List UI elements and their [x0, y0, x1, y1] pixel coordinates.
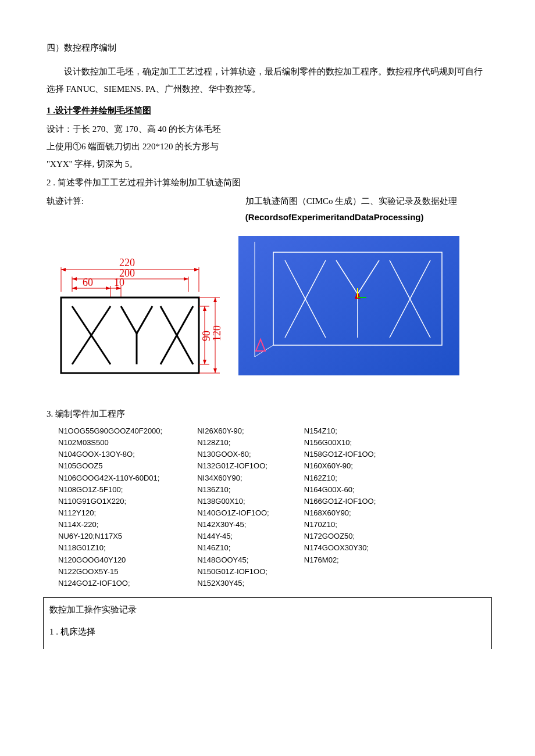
- svg-rect-17: [61, 298, 199, 373]
- record-item1-text: . 机床选择: [54, 627, 95, 636]
- step1-line3: "XYX" 字样, 切深为 5。: [47, 157, 488, 171]
- svg-line-38: [336, 260, 358, 294]
- svg-marker-28: [203, 306, 206, 311]
- step3-number: 3.: [47, 409, 53, 418]
- dim-60: 60: [83, 277, 93, 288]
- dim-220: 220: [119, 257, 135, 268]
- record-item1-num: 1: [49, 627, 54, 636]
- svg-marker-3: [61, 268, 66, 271]
- nc-code-line: N124GO1Z-IOF1OO;: [58, 578, 162, 589]
- dim-90: 90: [201, 331, 212, 341]
- nc-code-line: NU6Y-120;N117X5: [58, 531, 162, 542]
- nc-code-line: N166GO1Z-IOF1OO;: [304, 496, 376, 507]
- nc-code-line: N112Y120;: [58, 507, 162, 519]
- record-item-1: 1 . 机床选择: [49, 625, 486, 639]
- nc-code-line: N174GOOX30Y30;: [304, 542, 376, 554]
- section-heading: 四）数控程序编制: [47, 41, 488, 55]
- step2-heading: 2 . 简述零件加工工艺过程并计算绘制加工轨迹简图: [47, 175, 488, 189]
- nc-code-line: N106GOOG42X-110Y-60D01;: [58, 472, 162, 484]
- svg-marker-9: [184, 277, 188, 281]
- blank-sketch-drawing: 220 200 60 10: [47, 234, 227, 396]
- cimco-caption-2: (RecordsofExperimeritandDataProcessing): [245, 210, 488, 224]
- svg-marker-48: [256, 339, 265, 351]
- nc-code-line: N170Z10;: [304, 519, 376, 531]
- step1-line1: 设计：于长 270、宽 170、高 40 的长方体毛坯: [47, 122, 488, 136]
- svg-marker-33: [213, 298, 217, 302]
- nc-code-line: N102M03S500: [58, 437, 162, 449]
- nc-code-col1: N1OOG55G90GOOZ40F2000;N102M03S500N104GOO…: [58, 425, 162, 589]
- svg-marker-8: [72, 277, 77, 281]
- nc-code-line: NI26X60Y-90;: [197, 425, 269, 437]
- nc-code-line: N140GO1Z-IOF1OO;: [197, 507, 269, 519]
- nc-code-line: N122GOOX5Y-15: [58, 566, 162, 578]
- step3-title: 编制零件加工程序: [53, 409, 125, 418]
- experiment-record-box: 数控加工操作实验记录 1 . 机床选择: [43, 597, 492, 649]
- nc-code-line: N162Z10;: [304, 472, 376, 484]
- step1-line2: 上使用①6 端面铣刀切出 220*120 的长方形与: [47, 139, 488, 153]
- intro-paragraph: 设计数控加工毛坯，确定加工工艺过程，计算轨迹，最后编制零件的数控加工程序。数控程…: [47, 63, 488, 98]
- svg-marker-13: [106, 286, 110, 290]
- nc-code-line: N110G91GO1X220;: [58, 496, 162, 507]
- step1-heading: 1 .设计零件并绘制毛坯简图: [47, 103, 488, 117]
- svg-marker-12: [72, 286, 77, 290]
- nc-code-line: N130GOOX-60;: [197, 449, 269, 460]
- nc-code-line: N168X60Y90;: [304, 507, 376, 519]
- nc-code-line: N128Z10;: [197, 437, 269, 449]
- step3-heading: 3. 编制零件加工程序: [47, 407, 488, 421]
- nc-code-line: N144Y-45;: [197, 531, 269, 542]
- svg-marker-34: [213, 368, 217, 373]
- drawings-row: 220 200 60 10: [47, 234, 488, 396]
- nc-code-line: N114X-220;: [58, 519, 162, 531]
- step1-number: 1: [47, 106, 51, 115]
- cimco-caption-1: 加工轨迹简图（CIMCo 生成）二、实验记录及数据处理: [245, 194, 488, 208]
- step2-title: . 简述零件加工工艺过程并计算绘制加工轨迹简图: [51, 178, 241, 187]
- nc-code-line: N142X30Y-45;: [197, 519, 269, 531]
- nc-code-line: N138G00X10;: [197, 496, 269, 507]
- nc-code-col2: NI26X60Y-90;N128Z10;N130GOOX-60;N132G01Z…: [197, 425, 269, 589]
- traj-calc-label: 轨迹计算:: [47, 194, 234, 208]
- nc-code-line: N172GOOZ50;: [304, 531, 376, 542]
- nc-code-line: N118G01Z10;: [58, 542, 162, 554]
- cimco-preview: [238, 236, 459, 375]
- dim-120: 120: [211, 325, 223, 341]
- nc-code-line: N152X30Y45;: [197, 578, 269, 589]
- nc-code-line: N146Z10;: [197, 542, 269, 554]
- svg-line-20: [121, 306, 137, 334]
- step1-title: .设计零件并绘制毛坯简图: [51, 106, 152, 115]
- dim-10: 10: [114, 277, 124, 288]
- svg-marker-29: [203, 360, 206, 364]
- nc-code-line: N136Z10;: [197, 484, 269, 496]
- nc-code-line: N154Z10;: [304, 425, 376, 437]
- nc-code-line: N150G01Z-IOF1OO;: [197, 566, 269, 578]
- nc-code-line: N1OOG55G90GOOZ40F2000;: [58, 425, 162, 437]
- nc-code-line: N105GOOZ5: [58, 460, 162, 472]
- svg-line-39: [358, 260, 379, 294]
- svg-marker-4: [194, 268, 199, 271]
- nc-code-line: N104GOOX-13OY-8O;: [58, 449, 162, 460]
- record-title: 数控加工操作实验记录: [49, 603, 486, 617]
- nc-code-line: N108GO1Z-5F100;: [58, 484, 162, 496]
- nc-code-col3: N154Z10;N156G00X10;N158GO1Z-IOF1OO;N160X…: [304, 425, 376, 589]
- nc-code-line: N158GO1Z-IOF1OO;: [304, 449, 376, 460]
- step2-number: 2: [47, 178, 51, 187]
- nc-code-block: N1OOG55G90GOOZ40F2000;N102M03S500N104GOO…: [58, 425, 488, 589]
- nc-code-line: NI34X60Y90;: [197, 472, 269, 484]
- nc-code-line: N132G01Z-IOF1OO;: [197, 460, 269, 472]
- nc-code-line: N148GOOY45;: [197, 554, 269, 566]
- svg-line-21: [137, 306, 152, 334]
- nc-code-line: N164G00X-60;: [304, 484, 376, 496]
- nc-code-line: N156G00X10;: [304, 437, 376, 449]
- step2-labels-row: 轨迹计算: 加工轨迹简图（CIMCo 生成）二、实验记录及数据处理 (Recor…: [47, 194, 488, 228]
- nc-code-line: N176M02;: [304, 554, 376, 566]
- nc-code-line: N160X60Y-90;: [304, 460, 376, 472]
- nc-code-line: N120GOOG40Y120: [58, 554, 162, 566]
